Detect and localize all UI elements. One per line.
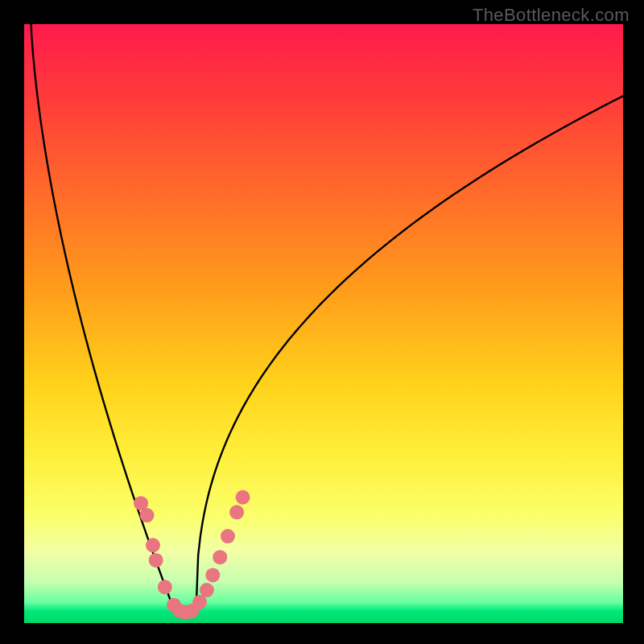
data-marker [158,580,172,594]
data-marker [146,538,160,552]
data-marker [200,583,214,597]
curve-layer [30,24,623,617]
data-marker [229,505,244,519]
data-marker [205,568,220,582]
marker-layer [134,490,250,620]
data-marker [213,550,227,564]
plot-area [24,24,623,623]
chart-svg [24,24,623,623]
bottleneck-curve [30,24,623,617]
data-marker [236,490,250,505]
data-marker [140,508,155,522]
data-marker [149,553,163,568]
data-marker [221,529,235,543]
chart-outer-frame: TheBottleneck.com [0,0,644,644]
watermark-text: TheBottleneck.com [473,5,630,26]
